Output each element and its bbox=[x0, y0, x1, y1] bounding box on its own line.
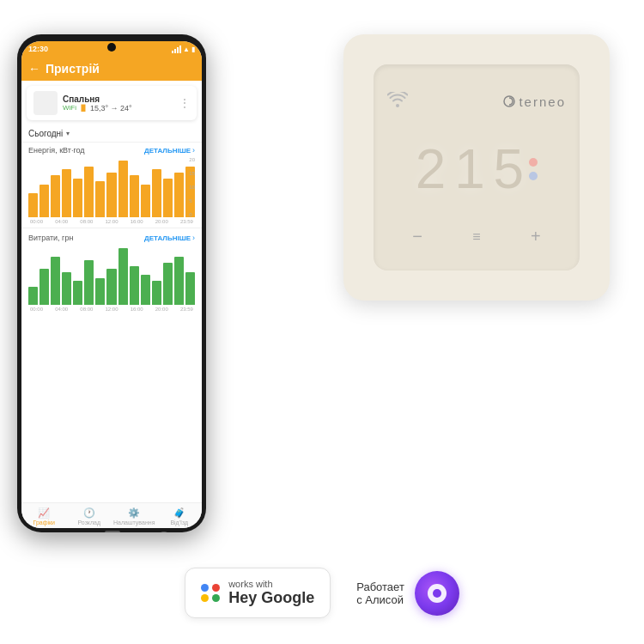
menu-button[interactable]: ≡ bbox=[472, 229, 480, 245]
nav-schedule[interactable]: 🕐 Розклад bbox=[67, 503, 112, 528]
alice-dot bbox=[433, 589, 441, 598]
status-time: 12:30 bbox=[28, 45, 48, 53]
alice-inner-circle bbox=[428, 584, 447, 603]
wifi-status-icon: ▲ bbox=[183, 46, 190, 53]
google-dot-yellow bbox=[201, 594, 209, 602]
away-icon: 🧳 bbox=[173, 507, 185, 519]
thermostat-temp: 2 1 5 bbox=[416, 142, 520, 197]
thermostat-display: 2 1 5 bbox=[416, 142, 538, 197]
alice-badge[interactable]: Работает с Алисой bbox=[356, 571, 459, 616]
bar-y7 bbox=[95, 181, 105, 217]
thermostat-controls: − ≡ + bbox=[387, 227, 566, 246]
energy-detail-button[interactable]: ДЕТАЛЬНІШЕ bbox=[144, 147, 191, 155]
phone-device: 12:30 ▲ ▮ ← Пристрій bbox=[17, 34, 206, 532]
battery-icon: ▮ bbox=[191, 46, 195, 53]
badges-row: works with Hey Google Работает с Алисой bbox=[0, 568, 644, 618]
bar-y4 bbox=[62, 169, 71, 217]
google-badge[interactable]: works with Hey Google bbox=[185, 568, 331, 618]
bar-g5 bbox=[73, 281, 82, 305]
bottom-nav: 📈 Графіки 🕐 Розклад ⚙️ Налаштування 🧳 Ві… bbox=[21, 502, 202, 528]
signal-bars-icon: ▐▌ bbox=[79, 105, 88, 111]
nav-away[interactable]: 🧳 Від'їзд bbox=[157, 503, 203, 528]
bar-g4 bbox=[62, 272, 71, 306]
alice-line1: Работает bbox=[356, 580, 404, 593]
cost-chart-header: Витрати, грн ДЕТАЛЬНІШЕ › bbox=[28, 234, 195, 242]
alice-text: Работает с Алисой bbox=[356, 580, 404, 606]
cost-detail-button[interactable]: ДЕТАЛЬНІШЕ bbox=[144, 234, 191, 242]
terneo-brand: terneo bbox=[503, 94, 566, 109]
temp-indicators bbox=[529, 158, 538, 180]
phone-notch bbox=[107, 43, 116, 52]
energy-x-labels: 00:0004:0008:0012:0016:0020:0023:59 bbox=[28, 219, 195, 224]
energy-y-axis: 20151050 bbox=[189, 157, 195, 217]
thermostat-outer: terneo 2 1 5 − ≡ + bbox=[343, 34, 610, 301]
bar-g15 bbox=[185, 272, 195, 306]
cost-chart-section: Витрати, грн ДЕТАЛЬНІШЕ › bbox=[21, 230, 202, 313]
cost-detail-arrow[interactable]: › bbox=[192, 234, 195, 242]
device-icon bbox=[33, 91, 58, 115]
nav-graphs-label: Графіки bbox=[33, 519, 55, 526]
bar-g8 bbox=[106, 269, 116, 305]
google-logo bbox=[201, 584, 220, 603]
app-title: Пристрій bbox=[46, 62, 100, 76]
google-dot-blue bbox=[201, 584, 209, 592]
cost-x-labels: 00:0004:0008:0012:0016:0020:0023:59 bbox=[28, 307, 195, 312]
energy-detail-arrow[interactable]: › bbox=[192, 146, 195, 155]
terneo-label: terneo bbox=[519, 94, 566, 109]
bar-y5 bbox=[73, 179, 82, 218]
divider-1 bbox=[21, 228, 202, 228]
device-temp: 15,3° → 24° bbox=[90, 104, 132, 112]
bar-y10 bbox=[130, 175, 139, 217]
wifi-icon: WiFi bbox=[63, 104, 76, 112]
plus-button[interactable]: + bbox=[531, 227, 541, 246]
device-name: Спальня bbox=[63, 94, 174, 104]
recent-button[interactable] bbox=[105, 531, 120, 532]
today-section: Сьогодні ▾ bbox=[21, 125, 202, 143]
schedule-icon: 🕐 bbox=[83, 507, 95, 519]
bar-y2 bbox=[39, 185, 49, 218]
nav-settings[interactable]: ⚙️ Налаштування bbox=[112, 503, 157, 528]
back-hw-button[interactable] bbox=[157, 532, 171, 532]
bar-y13 bbox=[163, 179, 173, 218]
bar-g2 bbox=[39, 269, 49, 305]
thermostat-inner: terneo 2 1 5 − ≡ + bbox=[374, 64, 580, 270]
today-label: Сьогодні bbox=[28, 129, 63, 138]
energy-chart-header: Енергія, кВт·год ДЕТАЛЬНІШЕ › bbox=[28, 146, 195, 155]
energy-chart-title: Енергія, кВт·год bbox=[28, 146, 85, 155]
bar-y1 bbox=[28, 193, 38, 217]
bar-g10 bbox=[130, 266, 139, 306]
bar-g12 bbox=[152, 281, 161, 305]
bar-y3 bbox=[51, 175, 60, 217]
works-with-label: works with bbox=[228, 579, 314, 589]
graphs-icon: 📈 bbox=[38, 507, 50, 519]
dropdown-icon[interactable]: ▾ bbox=[66, 130, 70, 137]
bar-g9 bbox=[118, 248, 128, 306]
nav-graphs[interactable]: 📈 Графіки bbox=[21, 503, 67, 528]
google-dot-green bbox=[212, 594, 220, 602]
device-menu-icon[interactable]: ⋮ bbox=[179, 97, 190, 109]
device-card[interactable]: Спальня WiFi ▐▌ 15,3° → 24° ⋮ bbox=[27, 86, 197, 120]
energy-chart-area: 20151050 bbox=[28, 157, 195, 217]
alice-logo bbox=[415, 571, 459, 616]
alice-line2: с Алисой bbox=[356, 593, 404, 606]
bar-g6 bbox=[84, 260, 94, 306]
cost-chart-title: Витрати, грн bbox=[28, 234, 73, 242]
bar-y14 bbox=[174, 173, 184, 218]
minus-button[interactable]: − bbox=[412, 227, 422, 246]
bar-y11 bbox=[141, 185, 150, 218]
thermostat-top-row: terneo bbox=[387, 92, 566, 112]
energy-chart-section: Енергія, кВт·год ДЕТАЛЬНІШЕ › bbox=[21, 143, 202, 226]
bar-g1 bbox=[28, 287, 38, 305]
nav-schedule-label: Розклад bbox=[77, 519, 100, 526]
heat-indicator bbox=[529, 158, 538, 167]
google-text: works with Hey Google bbox=[228, 579, 314, 607]
bar-g7 bbox=[95, 278, 105, 306]
bar-g14 bbox=[174, 257, 184, 305]
app-header: ← Пристрій bbox=[21, 57, 202, 81]
cost-chart-area bbox=[28, 245, 195, 305]
back-button[interactable]: ← bbox=[28, 62, 40, 76]
signal-icon bbox=[172, 46, 181, 53]
bar-y8 bbox=[106, 173, 116, 218]
bar-g11 bbox=[141, 275, 150, 305]
thermostat-wrapper: terneo 2 1 5 − ≡ + bbox=[343, 34, 610, 301]
